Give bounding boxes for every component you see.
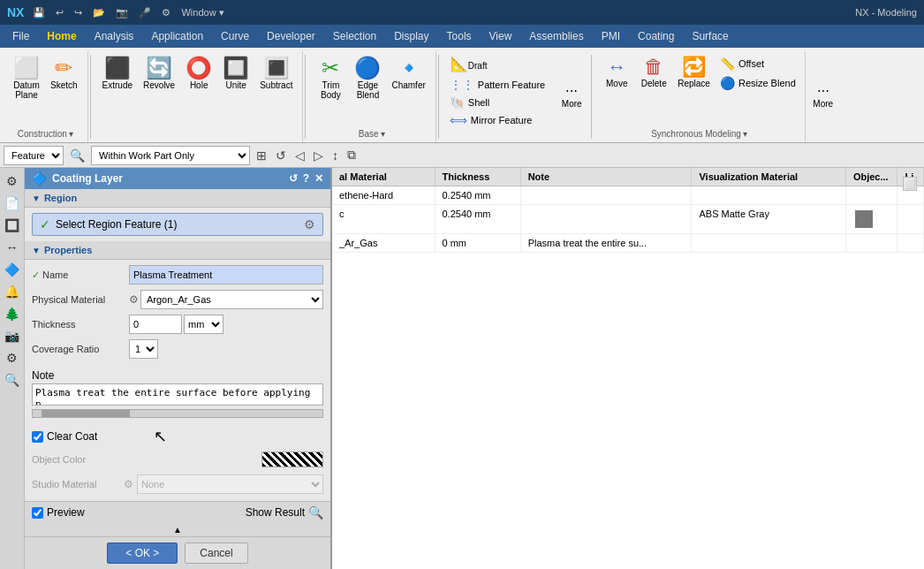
toolbar-copy-icon[interactable]: ⧉ [345,146,359,164]
menu-selection[interactable]: Selection [324,27,385,46]
menu-application[interactable]: Application [142,27,212,46]
filter-icon[interactable]: 🔍 [67,147,87,164]
sidebar-layers-icon[interactable]: 📄 [2,193,22,213]
sync-more-button[interactable]: ⋯ More [806,51,841,142]
construction-label[interactable]: Construction ▾ [18,129,73,139]
table-header: al Material Thickness Note Visualization… [332,168,924,186]
physical-material-select-wrap: ⚙ Argon_Ar_Gas [129,290,323,309]
select-region-button[interactable]: ✓ Select Region Feature (1) ⚙ [32,213,323,236]
cancel-button[interactable]: Cancel [185,542,247,564]
thickness-unit-select[interactable]: mm [184,315,223,334]
note-scrollbar[interactable] [32,409,323,418]
sync-label[interactable]: Synchronous Modeling ▾ [651,129,747,139]
scope-select[interactable]: Within Work Part Only [91,146,250,165]
name-input[interactable] [129,265,323,284]
mirror-feature-button[interactable]: ⟺ Mirror Feature [446,111,536,129]
preview-checkbox[interactable] [32,507,43,519]
menu-analysis[interactable]: Analysis [86,27,143,46]
feature-more-button[interactable]: ⋯ More [554,51,589,142]
menu-coating[interactable]: Coating [629,27,683,46]
shell-button[interactable]: 🐚 Shell [446,94,493,111]
redo-icon[interactable]: ↪ [71,5,86,20]
undo-icon[interactable]: ↩ [52,5,67,20]
physical-material-select[interactable]: Argon_Ar_Gas [140,290,323,309]
hole-icon: ⭕ [186,57,212,79]
draft-button[interactable]: 📐 Draft [446,55,492,74]
sketch-button[interactable]: ✏ Sketch [46,55,82,93]
datum-plane-button[interactable]: ⬜ DatumPlane [9,55,44,102]
trim-body-icon: ✂ [322,57,339,79]
mic-icon[interactable]: 🎤 [135,5,155,20]
resize-blend-button[interactable]: 🔵 Resize Blend [716,74,799,92]
sidebar-search-icon[interactable]: 🔍 [2,370,22,390]
save-icon[interactable]: 💾 [29,5,49,20]
scroll-up-arrow[interactable]: ▲ [25,523,330,536]
properties-section-title[interactable]: ▼ Properties [25,241,330,260]
move-button[interactable]: ↔ Move [599,55,634,91]
toolbar-refresh-icon[interactable]: ↺ [273,147,289,164]
menu-pmi[interactable]: PMI [593,27,629,46]
feature-filter-select[interactable]: Feature [4,146,64,165]
menu-assemblies[interactable]: Assemblies [520,27,592,46]
edge-blend-button[interactable]: 🔵 EdgeBlend [350,55,385,102]
sidebar-gear-icon[interactable]: ⚙ [4,348,20,368]
open-icon[interactable]: 📂 [89,5,109,20]
base-items: ✂ TrimBody 🔵 EdgeBlend 🔹 Chamfer [313,55,429,127]
settings-icon[interactable]: ⚙ [158,5,174,20]
title-bar-left: NX 💾 ↩ ↪ 📂 📷 🎤 ⚙ Window ▾ [7,5,228,20]
sidebar-camera-icon[interactable]: 📷 [2,326,22,345]
panel-help-icon[interactable]: ? [303,172,309,185]
revolve-button[interactable]: 🔄 Revolve [139,55,179,93]
capture-icon[interactable]: 📷 [112,5,132,20]
sidebar-selection-icon[interactable]: 🔲 [2,216,22,235]
ok-button[interactable]: < OK > [107,542,178,564]
base-dropdown-icon[interactable]: ▾ [381,129,385,139]
construction-dropdown-icon[interactable]: ▾ [69,129,73,139]
offset-label: Offset [738,58,764,69]
hole-button[interactable]: ⭕ Hole [181,55,216,93]
coverage-ratio-select[interactable]: 1 [129,339,158,359]
object-color-swatch[interactable] [261,451,323,467]
menu-curve[interactable]: Curve [212,27,258,46]
unite-button[interactable]: 🔲 Unite [218,55,254,93]
sidebar-bell-icon[interactable]: 🔔 [2,282,22,301]
toolbar-move-icon[interactable]: ↕ [329,147,341,164]
menu-tools[interactable]: Tools [438,27,481,46]
menu-view[interactable]: View [481,27,521,46]
toolbar-forward-icon[interactable]: ▷ [311,147,326,164]
show-result-icon[interactable]: 🔍 [308,505,323,520]
clear-coat-checkbox[interactable] [32,431,43,443]
menu-surface[interactable]: Surface [683,27,737,46]
expand-button[interactable]: ⬜ [903,177,917,191]
thickness-input[interactable] [129,315,182,334]
panel-reset-icon[interactable]: ↺ [289,172,298,185]
region-filter-icon[interactable]: ⚙ [304,217,315,231]
sidebar-tree-icon[interactable]: 🌲 [2,304,22,323]
menu-file[interactable]: File [4,27,38,46]
sync-dropdown-icon[interactable]: ▾ [743,129,747,139]
window-icon[interactable]: Window ▾ [178,5,227,20]
sidebar-settings-icon[interactable]: ⚙ [4,171,20,191]
subtract-button[interactable]: 🔳 Subtract [255,55,297,93]
base-label[interactable]: Base ▾ [359,129,385,139]
trim-body-button[interactable]: ✂ TrimBody [313,55,348,102]
pattern-feature-button[interactable]: ⋮⋮ Pattern Feature [446,76,549,94]
menu-home[interactable]: Home [38,27,85,46]
sidebar-face-icon[interactable]: 🔷 [2,260,22,279]
panel-header-icons: ↺ ? ✕ [289,172,323,185]
studio-material-select[interactable]: None [137,474,323,494]
menu-developer[interactable]: Developer [258,27,324,46]
menu-display[interactable]: Display [385,27,437,46]
sidebar-move-icon[interactable]: ↔ [4,238,21,257]
extrude-button[interactable]: ⬛ Extrude [98,55,137,93]
panel-close-icon[interactable]: ✕ [314,172,323,185]
toolbar-back-icon[interactable]: ◁ [292,147,307,164]
region-section-title[interactable]: ▼ Region [25,189,330,208]
offset-button[interactable]: 📏 Offset [716,55,799,72]
chamfer-button[interactable]: 🔹 Chamfer [387,55,429,93]
toolbar-grid-icon[interactable]: ⊞ [254,147,269,164]
replace-button[interactable]: 🔁 Replace [673,55,715,91]
note-textarea[interactable]: Plasma treat the entire surface before a… [32,383,323,406]
replace-icon: 🔁 [682,57,706,77]
delete-button[interactable]: 🗑 Delete [636,55,671,91]
